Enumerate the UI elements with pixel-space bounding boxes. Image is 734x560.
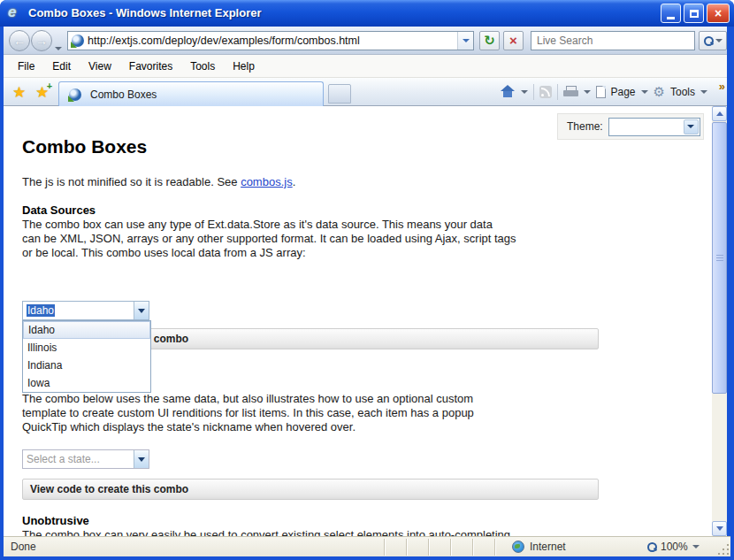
tab-combo-boxes[interactable]: Combo Boxes <box>58 81 324 106</box>
divider <box>384 539 385 556</box>
resize-grip[interactable] <box>717 543 729 555</box>
forward-arrow-icon: → <box>35 34 48 48</box>
combo-trigger-button[interactable] <box>134 450 149 468</box>
url-input[interactable] <box>88 35 457 47</box>
zoom-magnifier-icon <box>647 542 656 551</box>
chevron-down-icon <box>715 39 723 42</box>
zone-label: Internet <box>530 541 566 553</box>
combos-js-link[interactable]: combos.js <box>241 175 293 188</box>
tools-menu-button[interactable]: Tools <box>670 86 695 98</box>
menu-tools[interactable]: Tools <box>181 56 224 77</box>
unobtrusive-paragraph-clipped: The combo box can very easily be used to… <box>22 528 623 536</box>
select-state-combo[interactable]: Select a state... <box>22 449 149 469</box>
page-dropdown-chevron-icon[interactable] <box>641 90 648 94</box>
combo-trigger-button[interactable] <box>134 302 149 319</box>
history-dropdown-button[interactable] <box>55 38 62 54</box>
zoom-control[interactable]: 100% <box>647 541 700 553</box>
search-input[interactable] <box>531 32 694 50</box>
rss-feed-icon <box>539 86 552 98</box>
window-frame-bottom <box>0 556 734 560</box>
back-arrow-icon: ← <box>13 34 26 48</box>
chevron-down-icon[interactable] <box>692 545 700 548</box>
chevron-down-icon <box>55 47 62 50</box>
unobtrusive-heading: Unobtrusive <box>22 514 89 527</box>
address-bar[interactable] <box>67 31 474 50</box>
list-item-illinois[interactable]: Illinois <box>23 339 150 357</box>
forward-button[interactable]: → <box>31 30 52 51</box>
page-content: Theme: Combo Boxes The js is not minifie… <box>4 106 727 536</box>
combo-dropdown-list: Idaho Illinois Indiana Iowa <box>22 320 151 393</box>
status-text: Done <box>11 541 36 553</box>
menu-file[interactable]: File <box>9 56 43 77</box>
menu-favorites[interactable]: Favorites <box>120 56 181 77</box>
menu-bar: File Edit View Favorites Tools Help <box>4 55 730 78</box>
scrollbar-thumb[interactable] <box>712 122 727 394</box>
view-code-bar-2[interactable]: View code to create this combo <box>22 479 599 500</box>
list-item-indiana[interactable]: Indiana <box>23 357 150 374</box>
divider <box>472 539 473 556</box>
print-dropdown-chevron-icon[interactable] <box>584 90 591 94</box>
star-icon: ★ <box>12 84 26 101</box>
address-dropdown-button[interactable] <box>457 32 473 50</box>
combo-value: Idaho <box>23 302 134 319</box>
list-item-idaho[interactable]: Idaho <box>23 321 150 339</box>
refresh-button[interactable]: ↻ <box>479 31 500 50</box>
navigation-bar: ← → ↻ × <box>4 27 730 55</box>
minimize-icon <box>667 17 675 19</box>
theme-select[interactable] <box>608 118 700 136</box>
theme-label: Theme: <box>567 120 603 133</box>
chevron-down-icon <box>138 309 145 313</box>
live-search-box[interactable] <box>531 31 695 50</box>
minimize-button[interactable] <box>661 4 681 23</box>
add-favorite-button[interactable]: ★+ <box>35 83 49 102</box>
menu-help[interactable]: Help <box>224 56 264 77</box>
browser-window: e Combo Boxes - Windows Internet Explore… <box>0 0 734 560</box>
thumb-grip-icon <box>716 255 723 262</box>
chevron-down-icon <box>687 125 694 128</box>
print-icon[interactable] <box>563 86 578 98</box>
stop-button[interactable]: × <box>503 31 524 50</box>
maximize-button[interactable] <box>684 4 704 23</box>
intro-period: . <box>293 175 296 188</box>
list-item-iowa[interactable]: Iowa <box>23 374 150 392</box>
gear-icon: ⚙ <box>654 85 665 98</box>
divider <box>494 539 495 556</box>
home-dropdown-chevron-icon[interactable] <box>521 90 528 94</box>
close-icon: × <box>715 6 722 20</box>
states-combo[interactable]: Idaho <box>22 301 149 320</box>
internet-globe-icon <box>512 541 524 553</box>
page-icon <box>596 86 606 98</box>
scroll-up-button[interactable] <box>712 106 727 121</box>
theme-select-arrow-button[interactable] <box>684 119 699 134</box>
refresh-icon: ↻ <box>484 33 495 48</box>
maximize-icon <box>690 10 699 18</box>
search-button[interactable] <box>699 31 727 50</box>
page-title: Combo Boxes <box>22 136 147 157</box>
menu-edit[interactable]: Edit <box>43 56 80 77</box>
page-menu-button[interactable]: Page <box>611 86 636 98</box>
menu-view[interactable]: View <box>80 56 120 77</box>
selected-text: Idaho <box>27 304 55 317</box>
new-tab-button[interactable] <box>328 84 351 104</box>
vertical-scrollbar[interactable] <box>712 106 727 536</box>
ie-logo-icon: e <box>8 4 24 20</box>
divider <box>533 84 534 100</box>
favorites-center-button[interactable]: ★ <box>12 83 26 102</box>
scroll-down-button[interactable] <box>712 521 727 536</box>
chevron-down-icon <box>463 39 470 42</box>
chevron-up-icon <box>716 111 723 116</box>
tab-favicon-icon <box>69 88 81 101</box>
status-bar: Done Internet 100% <box>4 536 730 556</box>
search-icon <box>704 36 713 45</box>
close-button[interactable]: × <box>707 4 730 23</box>
chevron-down-icon <box>716 526 723 531</box>
back-button[interactable]: ← <box>9 30 30 51</box>
tab-title: Combo Boxes <box>90 88 157 101</box>
divider <box>406 539 407 556</box>
divider <box>450 539 451 556</box>
tools-dropdown-chevron-icon[interactable] <box>700 90 707 94</box>
divider <box>557 84 558 100</box>
home-icon[interactable] <box>500 85 516 98</box>
site-favicon-icon <box>72 35 84 47</box>
toolbar-overflow-button[interactable]: » <box>719 80 725 93</box>
